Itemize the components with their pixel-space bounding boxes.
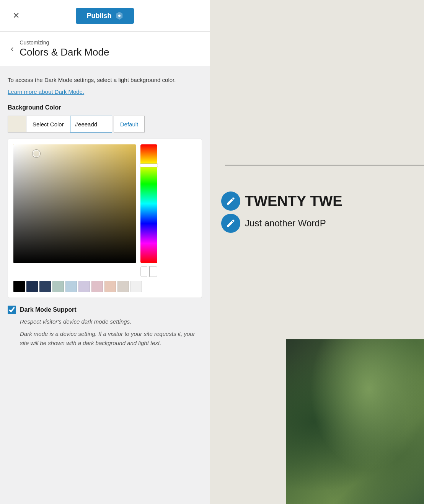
dark-mode-description: Respect visitor's device dark mode setti… — [20, 317, 202, 348]
hue-thumb — [140, 164, 158, 167]
hex-input[interactable] — [70, 116, 112, 133]
background-color-label: Background Color — [8, 104, 202, 111]
select-color-button[interactable]: Select Color — [26, 116, 70, 133]
swatch-9[interactable] — [117, 281, 129, 292]
color-picker-panel — [8, 139, 202, 298]
site-title-text: TWENTY TWE — [245, 193, 342, 209]
hue-column — [140, 144, 157, 277]
tagline-row: Just another WordP — [221, 214, 326, 233]
swatch-2[interactable] — [26, 281, 38, 292]
swatch-7[interactable] — [91, 281, 103, 292]
alpha-slider[interactable] — [140, 266, 157, 277]
gear-icon — [116, 12, 123, 20]
site-title-row: TWENTY TWE — [221, 191, 342, 211]
publish-button[interactable]: Publish — [76, 8, 134, 24]
header-text: Customizing Colors & Dark Mode — [20, 39, 109, 58]
swatch-10[interactable] — [130, 281, 142, 292]
swatch-1[interactable] — [13, 281, 25, 292]
saturation-value-box[interactable] — [13, 144, 136, 263]
preview-divider — [225, 165, 424, 165]
checkbox-row: Dark Mode Support — [8, 306, 202, 314]
swatch-6[interactable] — [78, 281, 90, 292]
site-title-edit-icon[interactable] — [221, 191, 240, 211]
color-buttons-row: Select Color Default — [8, 116, 202, 133]
swatch-5[interactable] — [65, 281, 77, 292]
dark-mode-section: Dark Mode Support Respect visitor's devi… — [8, 306, 202, 348]
right-panel: TWENTY TWE Just another WordP — [210, 0, 424, 504]
left-panel: ✕ Publish ‹ Customizing Colors & Dark Mo… — [0, 0, 210, 504]
default-button[interactable]: Default — [114, 116, 145, 133]
hue-slider[interactable] — [140, 144, 157, 263]
tagline-edit-icon[interactable] — [221, 214, 240, 233]
publish-label: Publish — [86, 12, 111, 20]
section-title: Colors & Dark Mode — [20, 46, 109, 58]
description-text: To access the Dark Mode settings, select… — [8, 75, 202, 85]
dark-mode-checkbox[interactable] — [8, 306, 16, 314]
alpha-thumb — [146, 266, 150, 277]
content-area: To access the Dark Mode settings, select… — [0, 66, 210, 504]
swatch-8[interactable] — [104, 281, 116, 292]
dark-mode-label: Dark Mode Support — [20, 306, 77, 313]
tagline-text: Just another WordP — [245, 218, 326, 229]
close-button[interactable]: ✕ — [0, 0, 32, 32]
painting-image — [286, 339, 424, 504]
top-bar: ✕ Publish — [0, 0, 210, 32]
sv-cursor — [33, 150, 40, 157]
back-button[interactable]: ‹ — [8, 43, 16, 55]
swatch-3[interactable] — [39, 281, 51, 292]
swatch-4[interactable] — [52, 281, 64, 292]
learn-more-link[interactable]: Learn more about Dark Mode. — [8, 88, 202, 95]
header-section: ‹ Customizing Colors & Dark Mode — [0, 32, 210, 66]
swatches-row — [13, 281, 196, 292]
customizing-label: Customizing — [20, 39, 109, 46]
color-preview-swatch — [8, 116, 26, 133]
